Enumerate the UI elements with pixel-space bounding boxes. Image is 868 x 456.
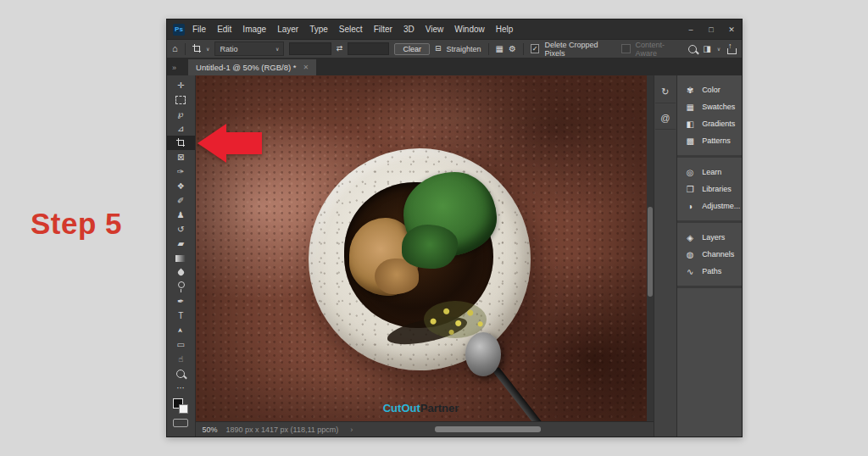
menu-type[interactable]: Type [309, 25, 328, 34]
content-aware-checkbox[interactable] [621, 44, 631, 53]
panel-color[interactable]: ✾ Color [685, 81, 742, 98]
ellipsis-icon: ⋯ [176, 384, 185, 392]
vertical-scrollbar-thumb[interactable] [648, 207, 653, 297]
horizontal-scrollbar-thumb[interactable] [435, 426, 541, 432]
tab-close-icon[interactable]: ✕ [303, 64, 309, 71]
layers-panel-icon: ◈ [685, 233, 695, 242]
zoom-tool[interactable] [167, 366, 195, 381]
comments-panel-icon[interactable]: @ [655, 107, 676, 130]
history-panel-icon[interactable]: ↻ [655, 81, 676, 103]
panel-layers[interactable]: ◈ Layers [685, 229, 742, 246]
rectangular-marquee-tool[interactable] [167, 92, 195, 107]
object-selection-tool[interactable]: ⊿ [167, 121, 195, 136]
panel-group-layers: ◈ Layers ◍ Channels ∿ Paths [677, 223, 742, 288]
gradient-tool[interactable] [167, 251, 195, 265]
eyedropper-tool[interactable]: ✑ [167, 164, 195, 179]
swap-dimensions-icon[interactable]: ⇄ [337, 45, 343, 53]
panel-channels[interactable]: ◍ Channels [685, 246, 742, 263]
rectangle-tool[interactable]: ▭ [167, 337, 195, 352]
step-label: Step 5 [31, 207, 122, 241]
chevron-down-icon[interactable]: ∨ [717, 46, 721, 52]
lasso-tool[interactable]: ℘ [167, 107, 195, 121]
menu-help[interactable]: Help [496, 25, 514, 34]
crop-height-field[interactable] [348, 42, 389, 55]
clear-button[interactable]: Clear [394, 43, 430, 55]
history-brush-icon: ↺ [177, 225, 184, 234]
status-chevron-icon[interactable]: › [350, 425, 353, 434]
straighten-label[interactable]: Straighten [447, 45, 481, 53]
path-selection-tool[interactable]: ➤ [167, 323, 195, 337]
menu-3d[interactable]: 3D [403, 25, 415, 34]
menu-edit[interactable]: Edit [217, 25, 231, 34]
content-aware-label: Content-Aware [636, 41, 684, 58]
hand-tool[interactable]: ☝ [167, 352, 195, 366]
maximize-button[interactable]: □ [701, 25, 721, 34]
panel-gradients[interactable]: ◧ Gradients [685, 115, 742, 132]
frame-tool[interactable]: ⊠ [167, 150, 195, 164]
status-bar: 50% 1890 px x 1417 px (118,11 ppcm) › [196, 421, 654, 437]
type-tool[interactable]: T [167, 309, 195, 323]
color-swatches-control[interactable] [173, 398, 188, 414]
crop-tool-preset-icon[interactable] [192, 44, 201, 53]
gear-icon[interactable]: ⚙ [509, 45, 516, 53]
tab-overflow-icon[interactable]: » [172, 64, 176, 72]
chevron-down-icon[interactable]: ∨ [206, 46, 209, 52]
move-tool[interactable]: ✛ [167, 78, 195, 92]
spot-healing-brush-tool[interactable]: ❖ [167, 179, 195, 193]
brush-tool[interactable]: ✐ [167, 193, 195, 208]
clone-stamp-tool[interactable]: ♟ [167, 208, 195, 222]
divider [185, 43, 186, 55]
panel-paths[interactable]: ∿ Paths [685, 263, 742, 280]
aspect-ratio-select[interactable]: Ratio ∨ [214, 42, 284, 56]
minimize-button[interactable]: – [681, 25, 701, 34]
menu-filter[interactable]: Filter [374, 25, 392, 34]
crop-overlay-grid-icon[interactable]: ▦ [496, 45, 504, 53]
more-tools-button[interactable]: ⋯ [167, 381, 195, 395]
menu-file[interactable]: File [192, 25, 206, 34]
learn-panel-icon: ◎ [685, 168, 695, 177]
panel-patterns[interactable]: ▩ Patterns [685, 132, 742, 149]
straighten-icon[interactable]: ⊟ [435, 45, 442, 53]
dodge-tool[interactable] [167, 280, 195, 294]
canvas[interactable]: CutOutPartner [196, 75, 647, 421]
vertical-scrollbar[interactable] [647, 75, 654, 421]
delete-cropped-pixels-label[interactable]: Delete Cropped Pixels [544, 41, 616, 58]
photoshop-window: Ps File Edit Image Layer Type Select Fil… [166, 19, 743, 437]
panel-adjustments[interactable]: ◑ Adjustme... [685, 197, 742, 214]
crop-width-field[interactable] [289, 42, 331, 55]
search-icon[interactable] [688, 45, 697, 53]
workspace-switcher-icon[interactable]: ◨ [703, 45, 710, 53]
path-selection-icon: ➤ [177, 327, 184, 333]
background-color-swatch[interactable] [179, 404, 188, 414]
menu-window[interactable]: Window [454, 25, 485, 34]
quick-mask-button[interactable] [173, 419, 188, 427]
dodge-icon [177, 281, 185, 292]
pen-tool[interactable]: ✒ [167, 294, 195, 309]
marquee-icon [175, 96, 186, 104]
menu-image[interactable]: Image [242, 25, 266, 34]
crop-tool[interactable] [167, 136, 195, 150]
panel-libraries[interactable]: ❐ Libraries [685, 181, 742, 197]
panel-learn[interactable]: ◎ Learn [685, 164, 742, 181]
close-button[interactable]: ✕ [721, 25, 742, 34]
menu-bar: Ps File Edit Image Layer Type Select Fil… [167, 19, 742, 39]
menu-layer[interactable]: Layer [277, 25, 298, 34]
object-selection-icon: ⊿ [177, 125, 184, 133]
menu-select[interactable]: Select [339, 25, 363, 34]
history-brush-tool[interactable]: ↺ [167, 222, 195, 236]
frame-icon: ⊠ [177, 153, 184, 162]
eraser-tool[interactable]: ▰ [167, 236, 195, 251]
panel-swatches[interactable]: ▦ Swatches [685, 98, 742, 115]
document-tab[interactable]: Untitled-1 @ 50% (RGB/8) * ✕ [188, 59, 316, 75]
spoon-head [465, 332, 501, 376]
share-icon[interactable]: ↑ [726, 43, 737, 54]
zoom-level[interactable]: 50% [196, 425, 226, 434]
delete-cropped-pixels-checkbox[interactable]: ✓ [531, 44, 540, 53]
menu-view[interactable]: View [426, 25, 444, 34]
tutorial-slide: Step 5 Ps File Edit Image Layer Type Sel… [0, 0, 868, 456]
document-dimensions: 1890 px x 1417 px (118,11 ppcm) [226, 425, 339, 434]
home-icon[interactable]: ⌂ [172, 44, 178, 53]
greens-small [402, 225, 458, 269]
blur-tool[interactable] [167, 265, 195, 280]
blur-droplet-icon [176, 269, 185, 277]
